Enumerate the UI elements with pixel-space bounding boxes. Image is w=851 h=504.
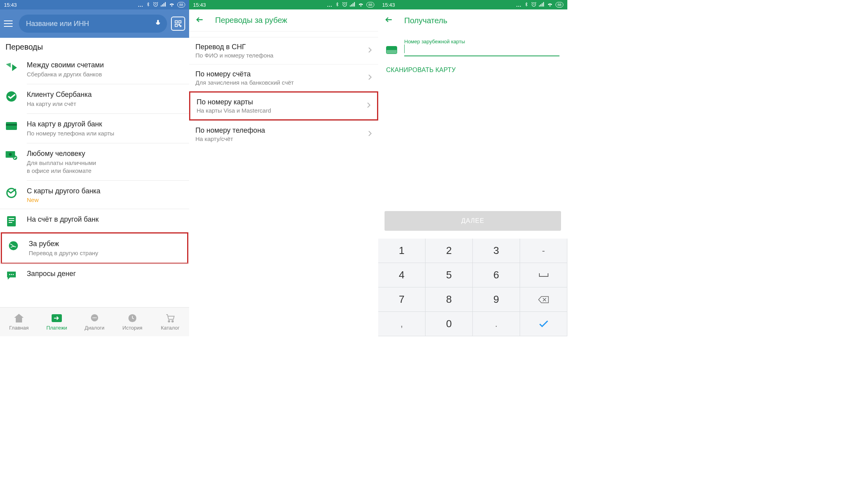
key-3[interactable]: 3 [473, 239, 520, 263]
item-by-account[interactable]: По номеру счётаДля зачисления на банковс… [189, 64, 378, 91]
item-cis[interactable]: Перевод в СНГПо ФИО и номеру телефона [189, 37, 378, 64]
header: Переводы за рубеж [189, 9, 378, 32]
dots-icon: ... [516, 2, 522, 8]
sberbank-swirl-icon [6, 187, 17, 199]
key-0[interactable]: 0 [426, 312, 473, 336]
card-number-input[interactable] [404, 44, 559, 56]
key-space[interactable] [520, 263, 567, 287]
header: Название или ИНН [0, 9, 189, 38]
svg-point-29 [95, 317, 97, 319]
dots-icon: ... [138, 2, 143, 8]
wifi-icon [169, 2, 175, 8]
menu-icon[interactable] [4, 18, 15, 29]
svg-point-24 [13, 274, 14, 275]
key-comma[interactable]: , [378, 312, 426, 336]
key-7[interactable]: 7 [378, 287, 426, 312]
screen-recipient: 15:43 ... 88 Получатель Номер зарубежной… [378, 0, 567, 336]
status-bar: 15:43 ... 88 [0, 0, 189, 9]
key-4[interactable]: 4 [378, 263, 426, 287]
back-icon[interactable] [385, 15, 393, 26]
item-from-other-bank[interactable]: С карты другого банкаNew [0, 181, 189, 209]
key-backspace[interactable] [520, 287, 567, 312]
globe-icon [7, 240, 19, 252]
svg-rect-6 [179, 21, 181, 23]
key-9[interactable]: 9 [473, 287, 520, 312]
key-dot[interactable]: . [473, 312, 520, 336]
section-title: Переводы [0, 38, 189, 55]
item-money-requests[interactable]: Запросы денег [0, 263, 189, 287]
numeric-keypad: 1 2 3 - 4 5 6 7 8 9 , 0 . [378, 239, 567, 336]
bluetooth-icon [335, 2, 340, 8]
svg-rect-17 [7, 216, 16, 226]
mic-icon[interactable] [154, 19, 162, 29]
svg-rect-36 [353, 3, 353, 6]
nav-payments[interactable]: Платежи [38, 308, 76, 336]
battery-icon: 88 [366, 2, 374, 7]
item-card-other-bank[interactable]: На карту в другой банкПо номеру телефона… [0, 114, 189, 143]
clock-icon [127, 313, 137, 323]
item-account-other-bank[interactable]: На счёт в другой банк [0, 209, 189, 233]
svg-point-27 [93, 317, 94, 319]
screen-transfers: 15:43 ... 88 Название или ИНН [0, 0, 189, 336]
chevron-right-icon [367, 102, 371, 110]
status-time: 15:43 [4, 2, 17, 8]
search-input[interactable]: Название или ИНН [19, 15, 167, 33]
svg-point-21 [9, 241, 18, 250]
wifi-icon [547, 2, 553, 8]
svg-rect-5 [175, 21, 178, 23]
key-5[interactable]: 5 [426, 263, 473, 287]
item-abroad[interactable]: За рубежПеревод в другую страну [1, 232, 188, 264]
status-right: ... 88 [138, 2, 185, 8]
svg-point-22 [9, 274, 10, 275]
alarm-icon [531, 2, 537, 8]
document-icon [6, 215, 17, 227]
nav-history[interactable]: История [113, 308, 151, 336]
svg-rect-40 [540, 4, 541, 7]
status-bar: 15:43 ... 88 [189, 0, 378, 9]
svg-rect-9 [180, 26, 181, 27]
key-6[interactable]: 6 [473, 263, 520, 287]
key-done[interactable] [520, 312, 567, 336]
next-button[interactable]: ДАЛЕЕ [385, 211, 561, 231]
item-by-phone[interactable]: По номеру телефонаНа карту/счёт [189, 120, 378, 148]
svg-rect-12 [6, 124, 17, 126]
status-right: ... 88 [516, 2, 563, 8]
nav-dialogs[interactable]: Диалоги [76, 308, 113, 336]
key-1[interactable]: 1 [378, 239, 426, 263]
signal-icon [539, 2, 544, 8]
nav-home[interactable]: Главная [0, 308, 38, 336]
scan-card-button[interactable]: СКАНИРОВАТЬ КАРТУ [378, 56, 567, 84]
chevron-right-icon [368, 74, 372, 82]
item-between-accounts[interactable]: Между своими счетамиСбербанка и других б… [0, 55, 189, 84]
qr-button[interactable] [171, 17, 185, 31]
svg-rect-35 [351, 4, 352, 7]
bluetooth-icon [146, 2, 151, 8]
svg-rect-34 [350, 5, 351, 6]
key-2[interactable]: 2 [426, 239, 473, 263]
svg-point-32 [172, 321, 173, 322]
alarm-icon [153, 2, 158, 8]
key-8[interactable]: 8 [426, 287, 473, 312]
page-title: Переводы за рубеж [215, 16, 287, 25]
chat-icon [6, 270, 17, 282]
item-sberbank-client[interactable]: Клиенту СбербанкаНа карту или счёт [0, 84, 189, 113]
signal-icon [161, 2, 166, 8]
page-title: Получатель [404, 16, 447, 25]
status-right: ... 88 [327, 2, 374, 8]
status-bar: 15:43 ... 88 [378, 0, 567, 9]
chevron-right-icon [368, 47, 372, 55]
back-icon[interactable] [195, 15, 204, 26]
item-anyone[interactable]: Любому человекуДля выплаты наличными в о… [0, 143, 189, 180]
home-icon [14, 313, 24, 323]
svg-rect-19 [9, 220, 14, 221]
card-icon [6, 120, 17, 132]
nav-catalog[interactable]: Каталог [151, 308, 189, 336]
battery-icon: 88 [556, 2, 563, 7]
bottom-nav: Главная Платежи Диалоги История Каталог [0, 307, 189, 336]
key-dash[interactable]: - [520, 239, 567, 263]
field-label: Номер зарубежной карты [404, 39, 559, 44]
svg-point-28 [94, 317, 95, 319]
svg-rect-1 [161, 5, 162, 6]
header: Получатель [378, 9, 567, 32]
item-by-card[interactable]: По номеру картыНа карты Visa и Mastercar… [189, 91, 378, 120]
